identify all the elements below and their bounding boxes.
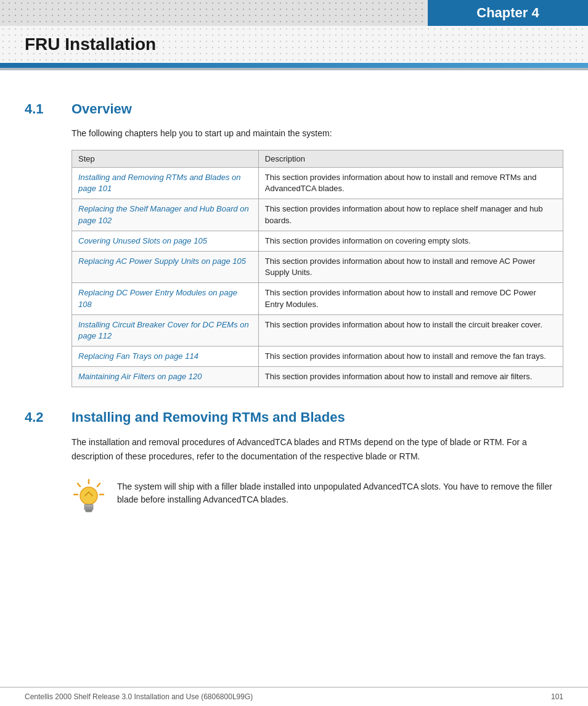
svg-line-1	[78, 483, 80, 486]
section42-body: The installation and removal procedures …	[71, 435, 563, 463]
table-cell-step[interactable]: Replacing AC Power Supply Units on page …	[72, 251, 259, 282]
lightbulb-icon	[73, 478, 105, 519]
footer-page-num: 101	[551, 692, 563, 701]
section41-title: Overview	[71, 101, 132, 117]
header-dots	[0, 0, 428, 26]
section42-title: Installing and Removing RTMs and Blades	[71, 409, 345, 425]
section42-text: The installation and removal procedures …	[71, 435, 563, 463]
blue-separator	[0, 63, 588, 68]
svg-rect-10	[86, 510, 92, 512]
col-step: Step	[72, 150, 259, 168]
table-row: Installing and Removing RTMs and Blades …	[72, 168, 563, 199]
page-footer: Centellis 2000 Shelf Release 3.0 Install…	[0, 687, 588, 706]
table-cell-desc: This section provides information about …	[258, 251, 563, 282]
section42-num: 4.2	[25, 409, 62, 425]
table-row: Replacing AC Power Supply Units on page …	[72, 251, 563, 282]
table-cell-desc: This section provides information on cov…	[258, 231, 563, 251]
svg-line-2	[97, 483, 100, 486]
table-cell-step[interactable]: Replacing the Shelf Manager and Hub Boar…	[72, 199, 259, 231]
main-content: 4.1 Overview The following chapters help…	[0, 70, 588, 569]
table-cell-step[interactable]: Maintaining Air Filters on page 120	[72, 367, 259, 387]
step-link[interactable]: Replacing Fan Trays	[78, 351, 152, 361]
table-row: Replacing DC Power Entry Modules on page…	[72, 283, 563, 314]
section41-num: 4.1	[25, 101, 62, 117]
step-link[interactable]: Replacing AC Power Supply Units	[78, 257, 199, 266]
svg-rect-9	[84, 507, 93, 510]
table-cell-desc: This section provides information about …	[258, 168, 563, 199]
step-link[interactable]: Replacing DC Power Entry Modules	[78, 288, 206, 297]
section41-heading: 4.1 Overview	[25, 101, 563, 117]
step-link[interactable]: Replacing the Shelf Manager and Hub Boar…	[78, 204, 238, 213]
footer-left: Centellis 2000 Shelf Release 3.0 Install…	[25, 692, 253, 701]
table-row: Maintaining Air Filters on page 120This …	[72, 367, 563, 387]
table-row: Covering Unused Slots on page 105This se…	[72, 231, 563, 251]
table-cell-desc: This section provides information about …	[258, 367, 563, 387]
title-bar: FRU Installation	[0, 26, 588, 63]
table-cell-desc: This section provides information about …	[258, 199, 563, 231]
svg-rect-8	[84, 504, 93, 507]
table-cell-step[interactable]: Installing and Removing RTMs and Blades …	[72, 168, 259, 199]
section41-intro: The following chapters help you to start…	[71, 127, 563, 140]
table-row: Replacing Fan Trays on page 114This sect…	[72, 347, 563, 367]
col-desc: Description	[258, 150, 563, 168]
tip-text: The system will ship with a filler blade…	[117, 478, 563, 506]
table-cell-desc: This section provides information about …	[258, 314, 563, 346]
overview-table: Step Description Installing and Removing…	[71, 150, 563, 387]
chapter-badge: Chapter 4	[428, 0, 588, 26]
table-cell-step[interactable]: Replacing Fan Trays on page 114	[72, 347, 259, 367]
table-cell-step[interactable]: Covering Unused Slots on page 105	[72, 231, 259, 251]
chapter-label: Chapter 4	[476, 5, 539, 21]
svg-point-5	[80, 487, 97, 504]
table-cell-step[interactable]: Installing Circuit Breaker Cover for DC …	[72, 314, 259, 346]
table-row: Replacing the Shelf Manager and Hub Boar…	[72, 199, 563, 231]
step-link[interactable]: Installing Circuit Breaker Cover for DC …	[78, 320, 238, 329]
tip-box: The system will ship with a filler blade…	[71, 478, 563, 520]
step-link[interactable]: Installing and Removing RTMs and Blades	[78, 173, 229, 182]
table-cell-step[interactable]: Replacing DC Power Entry Modules on page…	[72, 283, 259, 314]
step-link[interactable]: Covering Unused Slots	[78, 236, 160, 245]
page-title: FRU Installation	[0, 35, 156, 54]
table-cell-desc: This section provides information about …	[258, 347, 563, 367]
table-cell-desc: This section provides information about …	[258, 283, 563, 314]
table-row: Installing Circuit Breaker Cover for DC …	[72, 314, 563, 346]
tip-icon	[71, 478, 106, 520]
header-top: Chapter 4	[0, 0, 588, 26]
step-link[interactable]: Maintaining Air Filters	[78, 372, 155, 381]
section42-heading: 4.2 Installing and Removing RTMs and Bla…	[25, 409, 563, 425]
